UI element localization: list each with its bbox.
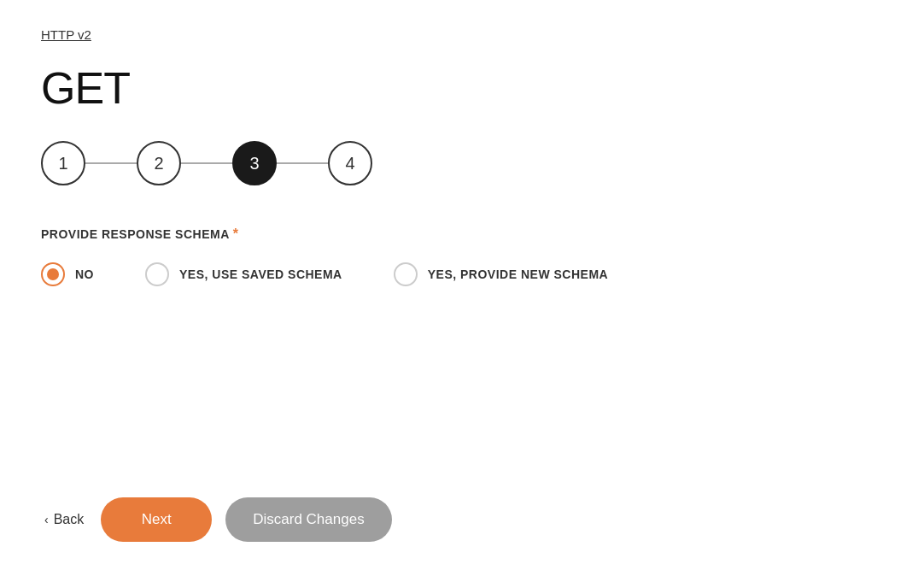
radio-yes-new-circle[interactable] (394, 262, 418, 286)
back-button[interactable]: ‹ Back (41, 505, 87, 534)
step-3[interactable]: 3 (232, 141, 277, 185)
radio-option-no[interactable]: NO (41, 262, 94, 286)
step-connector-1 (85, 162, 137, 164)
stepper: 1 2 3 4 (41, 141, 883, 185)
breadcrumb[interactable]: HTTP v2 (41, 27, 91, 42)
step-1[interactable]: 1 (41, 141, 85, 185)
discard-changes-button[interactable]: Discard Changes (225, 497, 391, 542)
step-connector-2 (181, 162, 232, 164)
page-title: GET (41, 62, 883, 114)
radio-yes-saved-circle[interactable] (145, 262, 169, 286)
required-star: * (233, 226, 239, 242)
radio-yes-saved-label: YES, USE SAVED SCHEMA (179, 267, 342, 281)
next-button[interactable]: Next (101, 497, 212, 542)
radio-group: NO YES, USE SAVED SCHEMA YES, PROVIDE NE… (41, 262, 883, 286)
footer-actions: ‹ Back Next Discard Changes (41, 497, 392, 542)
step-2[interactable]: 2 (137, 141, 181, 185)
page-container: HTTP v2 GET 1 2 3 4 PROVIDE RESPONSE SCH… (0, 0, 924, 576)
radio-no-circle[interactable] (41, 262, 65, 286)
back-chevron-icon: ‹ (44, 513, 49, 526)
radio-option-yes-new[interactable]: YES, PROVIDE NEW SCHEMA (394, 262, 608, 286)
step-4[interactable]: 4 (328, 141, 372, 185)
radio-no-label: NO (75, 267, 94, 281)
step-connector-3 (277, 162, 328, 164)
section-label: PROVIDE RESPONSE SCHEMA * (41, 226, 883, 242)
radio-option-yes-saved[interactable]: YES, USE SAVED SCHEMA (145, 262, 342, 286)
radio-yes-new-label: YES, PROVIDE NEW SCHEMA (428, 267, 608, 281)
